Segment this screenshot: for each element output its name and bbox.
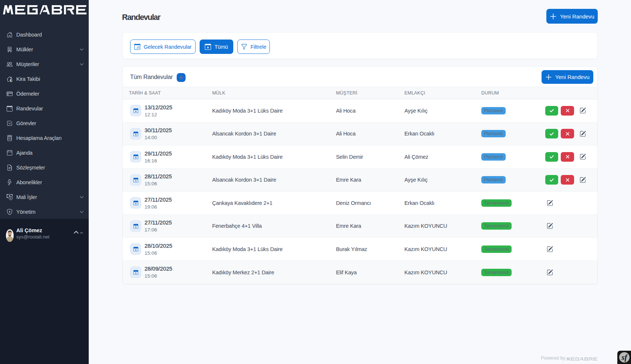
svg-text:₺: ₺ [9, 78, 12, 82]
svg-text:sf: sf [621, 353, 628, 362]
